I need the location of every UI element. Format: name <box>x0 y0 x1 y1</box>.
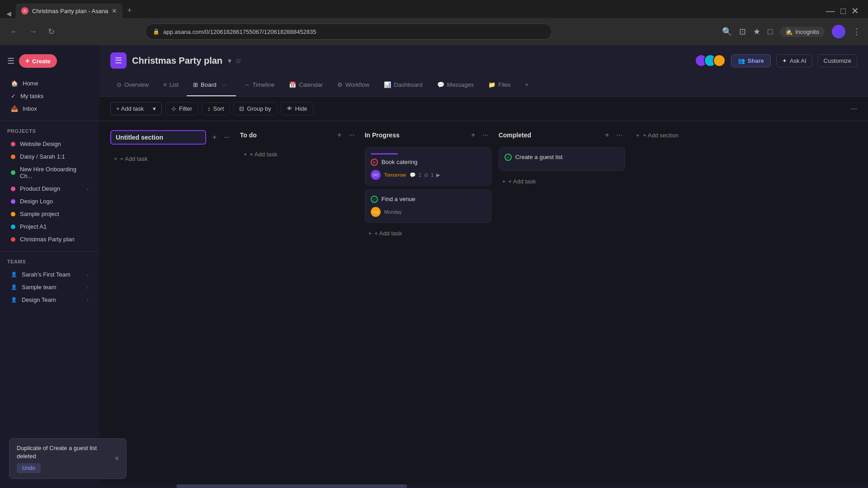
share-button[interactable]: 👥 Share <box>731 54 771 67</box>
add-section-button[interactable]: + + Add section <box>632 128 714 142</box>
new-tab-btn[interactable]: + <box>124 3 135 18</box>
hamburger-icon[interactable]: ☰ <box>7 56 14 66</box>
bookmark-icon[interactable]: ★ <box>753 27 760 37</box>
sidebar-sample-team-label: Sample team <box>22 284 57 291</box>
task-checkbox-find-venue[interactable] <box>371 196 378 203</box>
window-close-icon[interactable]: ✕ <box>851 5 859 16</box>
sidebar-mytasks-label: My tasks <box>20 93 43 99</box>
customize-button[interactable]: Customize <box>818 54 857 67</box>
tab-messages-label: Messages <box>447 81 474 88</box>
bottom-scrollbar[interactable] <box>99 484 868 488</box>
askai-button[interactable]: ✦ Ask AI <box>776 54 812 67</box>
task-checkbox-book-catering[interactable] <box>371 159 378 166</box>
sidebar-sarahs-team-label: Sarah's First Team <box>22 271 71 278</box>
task-actions-book-catering: 💬 1 ⊙ 1 ▶ <box>410 172 440 178</box>
sidebar-item-project-a1[interactable]: Project A1 <box>4 221 96 233</box>
sidebar-item-my-tasks[interactable]: ✓ My tasks <box>4 90 96 102</box>
add-task-to-todo[interactable]: + + Add task <box>240 147 358 161</box>
back-btn[interactable]: ◀ <box>4 9 14 18</box>
hide-button[interactable]: 👁 Hide <box>281 102 313 115</box>
add-task-to-in-progress[interactable]: + + Add task <box>365 226 491 240</box>
address-bar[interactable]: 🔒 app.asana.com/0/1206182861755067/12061… <box>145 23 552 40</box>
task-card-book-catering[interactable]: Book catering SD Tomorrow 💬 1 ⊙ 1 ▶ <box>365 147 491 186</box>
sidebar-item-inbox[interactable]: 📥 Inbox <box>4 103 96 115</box>
in-progress-more-btn[interactable]: ··· <box>480 130 491 140</box>
search-icon[interactable]: 🔍 <box>722 27 732 37</box>
toast-close-button[interactable]: × <box>115 455 119 463</box>
sidebar-item-daisy-sarah[interactable]: Daisy / Sarah 1:1 <box>4 150 96 163</box>
share-label: Share <box>748 57 764 64</box>
tab-timeline[interactable]: ↔ Timeline <box>238 78 281 93</box>
undo-button[interactable]: Undo <box>17 463 41 473</box>
tab-favicon: A <box>21 7 28 14</box>
profile-icon[interactable]: □ <box>768 27 773 37</box>
add-tab-button[interactable]: + <box>519 78 535 93</box>
toolbar-more-icon[interactable]: ··· <box>850 104 857 113</box>
tab-overview[interactable]: ⊙ Overview <box>110 78 155 93</box>
sidebar-item-sample-team[interactable]: 👤 Sample team › <box>4 281 96 293</box>
overview-icon: ⊙ <box>117 81 122 88</box>
window-maximize-icon[interactable]: □ <box>840 6 846 16</box>
main-content: ☰ Christmas Party plan ▾ ☆ 👥 Share <box>99 45 868 488</box>
sidebar-item-sample-project[interactable]: Sample project <box>4 208 96 220</box>
reload-button[interactable]: ↻ <box>45 24 57 39</box>
task-title-find-venue: Find a venue <box>382 195 486 203</box>
task-card-header-find-venue: Find a venue <box>371 195 486 203</box>
project-icon-symbol: ☰ <box>115 56 122 66</box>
sidebar-item-website-design[interactable]: Website Design <box>4 138 96 150</box>
board-tab-more-icon[interactable]: ··· <box>219 78 230 92</box>
menu-dots-icon[interactable]: ⋮ <box>853 27 861 37</box>
subtask-expand-icon[interactable]: ▶ <box>436 172 440 178</box>
sidebar-item-design-team[interactable]: 👤 Design Team › <box>4 294 96 306</box>
completed-more-btn[interactable]: ··· <box>613 130 625 140</box>
cast-icon[interactable]: ⊡ <box>739 27 746 37</box>
completed-add-btn[interactable]: + <box>602 130 612 140</box>
back-button[interactable]: ← <box>7 24 21 39</box>
filter-button[interactable]: ⊹ Filter <box>165 102 198 115</box>
toast-content: Duplicate of Create a guest list deleted… <box>17 444 109 473</box>
todo-more-btn[interactable]: ··· <box>346 130 357 140</box>
create-button[interactable]: Create <box>19 54 57 68</box>
design-team-chevron-icon: › <box>87 297 89 303</box>
star-icon[interactable]: ☆ <box>235 56 241 65</box>
forward-button[interactable]: → <box>26 24 40 39</box>
tab-files[interactable]: 📁 Files <box>482 78 517 93</box>
add-task-button[interactable]: + Add task <box>111 103 149 115</box>
sidebar-item-new-hire[interactable]: New Hire Onboarding Ch... <box>4 163 96 182</box>
sarahs-team-icon: 👤 <box>11 272 17 277</box>
sidebar-item-product-design[interactable]: Product Design › <box>4 183 96 195</box>
sidebar-item-design-logo[interactable]: Design Logo <box>4 195 96 207</box>
tab-calendar[interactable]: 📅 Calendar <box>283 78 329 93</box>
untitled-section-input[interactable] <box>110 130 206 145</box>
sidebar-item-home[interactable]: 🏠 Home <box>4 77 96 89</box>
add-task-to-untitled[interactable]: + + Add task <box>110 152 233 166</box>
untitled-add-task-btn[interactable]: + <box>210 132 219 142</box>
task-checkbox-guest-list[interactable] <box>505 154 512 161</box>
tab-close-icon[interactable]: ✕ <box>112 7 117 14</box>
sort-button[interactable]: ↕ Sort <box>202 102 230 115</box>
untitled-more-btn[interactable]: ··· <box>221 132 232 142</box>
in-progress-add-btn[interactable]: + <box>468 130 478 140</box>
tab-workflow[interactable]: ⚙ Workflow <box>331 78 376 93</box>
todo-add-btn[interactable]: + <box>335 130 344 140</box>
dropdown-arrow-icon[interactable]: ▾ <box>228 56 231 65</box>
inbox-icon: 📥 <box>11 105 18 112</box>
tab-dashboard[interactable]: 📊 Dashboard <box>377 78 429 93</box>
tab-messages[interactable]: 💬 Messages <box>431 78 480 93</box>
sidebar-christmas-party-label: Christmas Party plan <box>20 236 75 243</box>
sidebar-item-sarahs-first-team[interactable]: 👤 Sarah's First Team › <box>4 268 96 281</box>
tab-list[interactable]: ≡ List <box>157 78 185 93</box>
group-by-button[interactable]: ⊟ Group by <box>233 102 277 115</box>
tab-board[interactable]: ⊞ Board ··· <box>187 74 236 96</box>
scrollbar-thumb[interactable] <box>176 484 407 488</box>
sidebar-item-christmas-party[interactable]: Christmas Party plan <box>4 233 96 245</box>
task-card-guest-list[interactable]: Create a guest list <box>499 147 625 171</box>
user-avatar[interactable] <box>832 25 845 38</box>
tasks-icon: ✓ <box>11 93 16 99</box>
add-task-to-completed[interactable]: + + Add task <box>499 174 625 188</box>
window-minimize-icon[interactable]: — <box>826 6 835 16</box>
active-tab[interactable]: A Christmas Party plan - Asana ✕ <box>16 4 123 18</box>
task-card-find-venue[interactable]: Find a venue ma Monday <box>365 189 491 223</box>
daisy-sarah-dot <box>11 155 15 159</box>
add-task-dropdown-button[interactable]: ▾ <box>149 103 161 115</box>
